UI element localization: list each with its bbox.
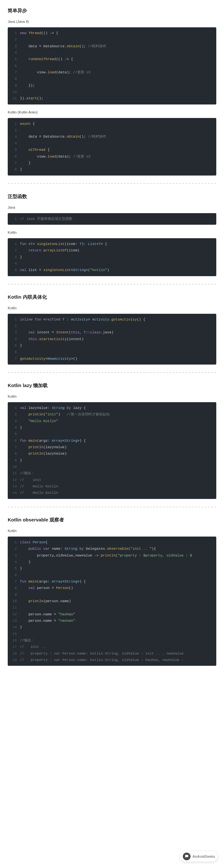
code-row: 8 (8, 75, 216, 82)
code-line: uiThread { (20, 147, 216, 153)
line-number: 6 (8, 572, 20, 578)
code-row: 4 (8, 140, 216, 147)
line-number: 1 (8, 241, 20, 247)
line-number: 4 (8, 424, 20, 431)
line-number: 9 (8, 82, 20, 89)
code-row: 13 person.name = "nannan" (8, 618, 216, 624)
code-line: println("init") //第一次使用时才被初始化 (20, 411, 216, 417)
code-row: 6 (8, 349, 216, 355)
code-row: 9} (8, 457, 216, 464)
code-row: 9 (8, 591, 216, 598)
code-row: 5} (8, 565, 216, 571)
code-row: 11//输出： (8, 470, 216, 476)
code-row: 2 println("init") //第一次使用时才被初始化 (8, 411, 216, 417)
line-number: 10 (8, 598, 20, 604)
code-row: 1new Thread(() -> { (8, 27, 216, 36)
code-block: 1async {23 data = DataSource.obtain(); /… (8, 118, 216, 176)
line-number: 7 (8, 69, 20, 75)
code-line: fun main(args: Array<String>) { (20, 578, 216, 585)
code-row: 13// Hello Kotlin (8, 483, 216, 490)
language-label: Kotlin (Kotlin Anko) (8, 110, 216, 114)
code-row: 6fun main(args: Array<String>) { (8, 437, 216, 444)
code-line: person.name = "nannan" (20, 618, 216, 624)
language-label: Kotlin (8, 306, 216, 310)
line-number: 1 (8, 539, 20, 546)
line-number: 19 (8, 657, 20, 663)
line-number: 7 (8, 160, 20, 166)
section-divider (8, 284, 216, 284)
code-row: 3 "Hello Kotlin" (8, 418, 216, 424)
code-block: 1class Person{2 public var name: String … (8, 536, 216, 666)
section-divider (8, 507, 216, 507)
code-row: 4 (8, 260, 216, 267)
code-line: } (20, 166, 216, 173)
code-row: 1val lazyValue: String by lazy { (8, 402, 216, 411)
code-line: fun <T> singletonList(item: T): List<T> … (20, 241, 216, 247)
code-row: 11 (8, 604, 216, 611)
code-line: // property : var Person.name: kotlin.St… (20, 650, 216, 657)
line-number: 5 (8, 342, 20, 349)
code-row: 8} (8, 166, 216, 175)
code-row: 7 view.load(data); //更新 UI (8, 69, 216, 75)
line-number: 15 (8, 631, 20, 637)
code-line: // init (20, 477, 216, 483)
code-block: 1new Thread(() -> {23 data = DataSource.… (8, 27, 216, 104)
code-row: 5 runOnUiThread(() -> { (8, 56, 216, 62)
code-line: // init .. (20, 644, 216, 650)
language-label: Java (Java 8) (8, 20, 216, 24)
section-title: Kotlin observable 观察者 (8, 517, 216, 523)
code-row: 2 (8, 127, 216, 133)
code-line: val lazyValue: String by lazy { (20, 405, 216, 411)
code-row: 1async { (8, 118, 216, 127)
line-number: 13 (8, 618, 20, 624)
line-number: 3 (8, 329, 20, 336)
code-line: runOnUiThread(() -> { (20, 56, 216, 62)
code-line: new Thread(() -> { (20, 30, 216, 36)
code-line: println(person.name) (20, 598, 216, 604)
code-row: 6 (8, 63, 216, 69)
line-number: 6 (8, 437, 20, 444)
line-number: 3 (8, 43, 20, 50)
code-line: gotoActivity<NewActivity>() (20, 355, 216, 362)
line-number: 2 (8, 546, 20, 552)
language-label: Java (8, 206, 216, 209)
code-row: 14} (8, 624, 216, 630)
code-row: 5 (8, 431, 216, 437)
code-row: 4} (8, 424, 216, 431)
code-line: //输出： (20, 470, 216, 476)
line-number: 18 (8, 650, 20, 657)
code-row: 3 data = DataSource.obtain(); //耗时操作 (8, 43, 216, 50)
code-line: } (20, 559, 216, 565)
code-line: //输出： (20, 637, 216, 644)
section-divider (8, 372, 216, 373)
code-row: 9 }); (8, 82, 216, 89)
line-number: 4 (8, 559, 20, 565)
code-line: val person = Person() (20, 585, 216, 591)
line-number: 1 (8, 216, 20, 222)
line-number: 12 (8, 477, 20, 483)
code-line: } (20, 424, 216, 431)
line-number: 8 (8, 75, 20, 82)
code-row: 8 println(lazyValue) (8, 451, 216, 457)
language-label: Kotlin (8, 395, 216, 398)
line-number: 5 (8, 565, 20, 571)
code-row: 5} (8, 342, 216, 349)
line-number: 14 (8, 490, 20, 496)
code-block: 1inline fun <reified T : Activity> Activ… (8, 314, 216, 365)
code-line: return arrayListOf(item) (20, 247, 216, 254)
code-row: 18// property : var Person.name: kotlin.… (8, 650, 216, 657)
line-number: 5 (8, 147, 20, 153)
code-row: 1// Java 不能单独实现泛型函数 (8, 213, 216, 225)
code-row: 4 } (8, 559, 216, 565)
code-line: this.startActivity(intent) (20, 336, 216, 342)
line-number: 8 (8, 585, 20, 591)
code-block: 1// Java 不能单独实现泛型函数 (8, 213, 216, 225)
code-row: 10 (8, 89, 216, 95)
code-line: } (20, 565, 216, 571)
code-block: 1fun <T> singletonList(item: T): List<T>… (8, 238, 216, 276)
code-row: 17// init .. (8, 644, 216, 650)
code-line: println(lazyValue) (20, 451, 216, 457)
code-line: // Java 不能单独实现泛型函数 (20, 216, 216, 222)
line-number: 4 (8, 140, 20, 147)
code-line: async { (20, 121, 216, 127)
